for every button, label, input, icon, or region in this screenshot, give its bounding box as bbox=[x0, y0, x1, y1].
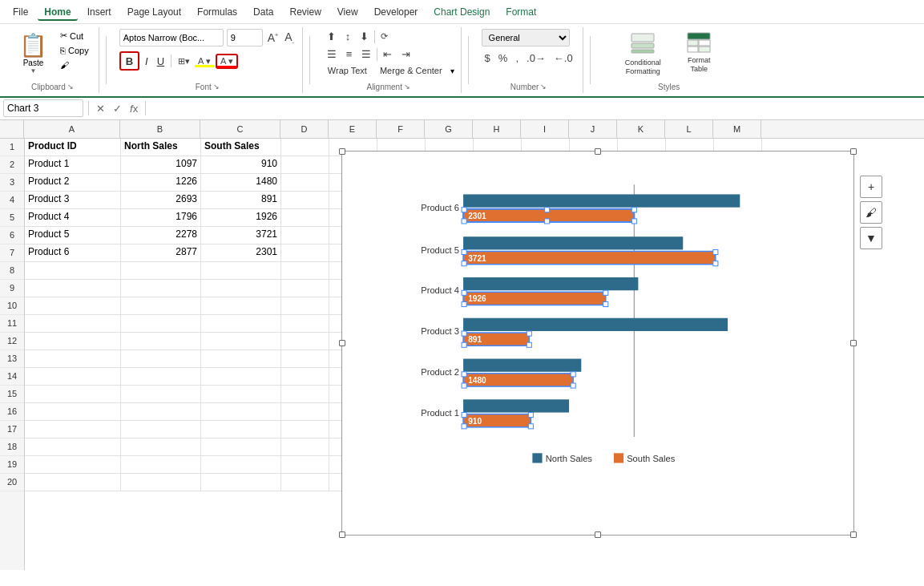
chart-south-handle-p2-bl[interactable] bbox=[462, 383, 466, 388]
font-size-decrease-button[interactable]: A- bbox=[283, 30, 296, 45]
cell-r19-c3[interactable] bbox=[201, 456, 281, 474]
chart-south-handle-p3-tl[interactable] bbox=[462, 331, 466, 336]
chart-south-handle-p1-bl[interactable] bbox=[462, 423, 466, 428]
format-table-button[interactable]: Format Table bbox=[676, 29, 722, 77]
chart-container[interactable]: + 🖌 ▼ Pro bbox=[341, 151, 854, 535]
confirm-formula-button[interactable]: ✓ bbox=[111, 103, 124, 115]
chart-south-handle-p6-tl[interactable] bbox=[462, 207, 466, 212]
font-family-input[interactable] bbox=[119, 29, 224, 46]
cell-r8-c1[interactable] bbox=[25, 262, 121, 280]
chart-bar-north-p2[interactable] bbox=[463, 358, 581, 371]
cell-r20-c3[interactable] bbox=[201, 474, 281, 491]
menu-formulas[interactable]: Formulas bbox=[191, 3, 244, 21]
cell-r20-c2[interactable] bbox=[121, 474, 201, 491]
cell-r4-c1[interactable]: Product 3 bbox=[25, 192, 121, 209]
align-top-button[interactable]: ⬆ bbox=[323, 29, 340, 44]
cell-r17-c3[interactable] bbox=[201, 421, 281, 438]
underline-button[interactable]: U bbox=[154, 55, 167, 68]
cell-r19-c1[interactable] bbox=[25, 456, 121, 474]
chart-bar-north-p1[interactable] bbox=[463, 399, 569, 412]
chart-south-handle-p4-tl[interactable] bbox=[462, 290, 466, 295]
chart-south-handle-p3-bl[interactable] bbox=[462, 342, 466, 347]
cell-r12-c1[interactable] bbox=[25, 333, 121, 350]
cell-r1-c3[interactable]: South Sales bbox=[201, 139, 281, 156]
cell-r4-c3[interactable]: 891 bbox=[201, 192, 281, 209]
cell-r1-c4[interactable] bbox=[281, 139, 329, 156]
align-center-button[interactable]: ≡ bbox=[342, 46, 357, 62]
paste-button[interactable]: 📋 Paste ▼ bbox=[13, 29, 54, 78]
copy-button[interactable]: ⎘ Copy bbox=[57, 44, 92, 57]
cell-r8-c4[interactable] bbox=[281, 262, 329, 280]
cell-r20-c1[interactable] bbox=[25, 474, 121, 491]
align-left-button[interactable]: ☰ bbox=[323, 46, 341, 62]
cell-r13-c4[interactable] bbox=[281, 350, 329, 368]
col-header-k[interactable]: K bbox=[617, 120, 665, 138]
cell-r9-c3[interactable] bbox=[201, 280, 281, 297]
cell-r10-c4[interactable] bbox=[281, 297, 329, 315]
comma-button[interactable]: , bbox=[512, 51, 522, 65]
align-right-button[interactable]: ☰ bbox=[357, 46, 375, 62]
font-color-dropdown-icon[interactable]: ▾ bbox=[228, 56, 233, 66]
cell-r10-c3[interactable] bbox=[201, 297, 281, 315]
cut-button[interactable]: ✂ Cut bbox=[57, 29, 92, 42]
col-header-l[interactable]: L bbox=[665, 120, 713, 138]
cell-r16-c4[interactable] bbox=[281, 403, 329, 421]
cell-r13-c2[interactable] bbox=[121, 350, 201, 368]
orientation-button[interactable]: ⟳ bbox=[377, 30, 392, 43]
cell-r5-c4[interactable] bbox=[281, 209, 329, 227]
cell-r13-c3[interactable] bbox=[201, 350, 281, 368]
indent-decrease-button[interactable]: ⇤ bbox=[379, 46, 396, 62]
cell-r4-c2[interactable]: 2693 bbox=[121, 192, 201, 209]
cell-r5-c1[interactable]: Product 4 bbox=[25, 209, 121, 227]
chart-elements-button[interactable]: + bbox=[860, 176, 882, 198]
cell-r18-c4[interactable] bbox=[281, 438, 329, 456]
chart-south-handle-p5-tl[interactable] bbox=[462, 249, 466, 254]
cell-r7-c1[interactable]: Product 6 bbox=[25, 245, 121, 262]
cell-r11-c1[interactable] bbox=[25, 315, 121, 333]
cell-r14-c3[interactable] bbox=[201, 368, 281, 386]
cell-r2-c2[interactable]: 1097 bbox=[121, 156, 201, 174]
col-header-a[interactable]: A bbox=[24, 120, 120, 138]
chart-south-handle-p2-tl[interactable] bbox=[462, 371, 466, 376]
menu-format[interactable]: Format bbox=[499, 3, 543, 21]
insert-function-button[interactable]: fx bbox=[127, 103, 140, 115]
cell-r16-c1[interactable] bbox=[25, 403, 121, 421]
chart-south-handle-p4-br[interactable] bbox=[603, 301, 608, 306]
align-bottom-button[interactable]: ⬇ bbox=[356, 29, 373, 44]
cell-r6-c1[interactable]: Product 5 bbox=[25, 227, 121, 245]
chart-bar-north-p3[interactable] bbox=[463, 317, 728, 330]
chart-south-handle-p6-tm[interactable] bbox=[545, 207, 550, 212]
cell-r14-c2[interactable] bbox=[121, 368, 201, 386]
col-header-b[interactable]: B bbox=[120, 120, 200, 138]
cell-r12-c2[interactable] bbox=[121, 333, 201, 350]
cell-r16-c2[interactable] bbox=[121, 403, 201, 421]
cell-r2-c4[interactable] bbox=[281, 156, 329, 174]
currency-button[interactable]: $ bbox=[482, 51, 494, 65]
chart-south-handle-p3-tr[interactable] bbox=[527, 331, 531, 336]
menu-page-layout[interactable]: Page Layout bbox=[121, 3, 188, 21]
chart-south-handle-p6-tr[interactable] bbox=[631, 207, 636, 212]
cell-r12-c3[interactable] bbox=[201, 333, 281, 350]
cell-r10-c1[interactable] bbox=[25, 297, 121, 315]
menu-developer[interactable]: Developer bbox=[368, 3, 425, 21]
percent-button[interactable]: % bbox=[495, 51, 511, 65]
chart-south-handle-p4-tr[interactable] bbox=[603, 290, 608, 295]
col-header-j[interactable]: J bbox=[569, 120, 617, 138]
col-header-m[interactable]: M bbox=[713, 120, 761, 138]
cell-r6-c2[interactable]: 2278 bbox=[121, 227, 201, 245]
cell-r1-c2[interactable]: North Sales bbox=[121, 139, 201, 156]
menu-file[interactable]: File bbox=[6, 3, 34, 21]
number-format-select[interactable]: General bbox=[482, 29, 570, 46]
cell-r3-c2[interactable]: 1226 bbox=[121, 174, 201, 192]
conditional-formatting-button[interactable]: Conditional Formatting bbox=[616, 29, 670, 79]
cell-r11-c4[interactable] bbox=[281, 315, 329, 333]
chart-south-handle-p2-tr[interactable] bbox=[571, 371, 575, 376]
cell-r17-c4[interactable] bbox=[281, 421, 329, 438]
cell-r8-c2[interactable] bbox=[121, 262, 201, 280]
alignment-expand-icon[interactable]: ↘ bbox=[404, 83, 410, 91]
chart-south-handle-p5-bl[interactable] bbox=[462, 261, 466, 265]
col-header-i[interactable]: I bbox=[521, 120, 569, 138]
col-header-c[interactable]: C bbox=[200, 120, 280, 138]
cell-reference-input[interactable] bbox=[3, 99, 83, 117]
cell-r6-c4[interactable] bbox=[281, 227, 329, 245]
